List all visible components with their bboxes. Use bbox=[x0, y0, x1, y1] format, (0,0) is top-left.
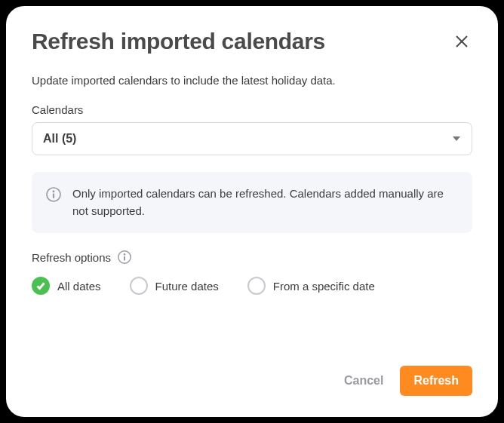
radio-future-dates[interactable]: Future dates bbox=[130, 277, 219, 295]
radio-all-dates[interactable]: All dates bbox=[32, 277, 101, 295]
info-banner: Only imported calendars can be refreshed… bbox=[32, 172, 472, 233]
refresh-options-label: Refresh options bbox=[32, 251, 111, 264]
refresh-options-row: All dates Future dates From a specific d… bbox=[32, 277, 472, 295]
close-icon bbox=[454, 34, 469, 49]
chevron-down-icon bbox=[452, 134, 461, 143]
radio-unchecked-icon bbox=[247, 277, 266, 295]
dialog-description: Update imported calendars to include the… bbox=[32, 74, 472, 87]
close-button[interactable] bbox=[451, 31, 472, 52]
svg-point-4 bbox=[53, 191, 55, 193]
svg-point-7 bbox=[124, 253, 126, 256]
radio-label: From a specific date bbox=[273, 280, 375, 293]
radio-label: All dates bbox=[57, 280, 101, 293]
dialog-footer: Cancel Refresh bbox=[32, 366, 472, 396]
dialog-header: Refresh imported calendars bbox=[32, 29, 472, 54]
radio-label: Future dates bbox=[155, 280, 219, 293]
calendars-label: Calendars bbox=[32, 103, 472, 116]
svg-rect-5 bbox=[53, 194, 54, 199]
dialog-title: Refresh imported calendars bbox=[32, 29, 325, 54]
radio-unchecked-icon bbox=[130, 277, 148, 295]
svg-rect-8 bbox=[124, 256, 125, 261]
svg-marker-2 bbox=[453, 136, 460, 141]
refresh-options-info-icon[interactable] bbox=[117, 250, 132, 265]
refresh-button[interactable]: Refresh bbox=[400, 366, 472, 396]
refresh-options-header: Refresh options bbox=[32, 250, 472, 265]
info-banner-text: Only imported calendars can be refreshed… bbox=[72, 185, 459, 219]
calendars-select[interactable]: All (5) bbox=[32, 122, 472, 155]
cancel-button[interactable]: Cancel bbox=[344, 374, 383, 388]
info-icon bbox=[45, 186, 62, 203]
radio-specific-date[interactable]: From a specific date bbox=[247, 277, 375, 295]
calendars-select-value: All (5) bbox=[43, 132, 76, 146]
refresh-calendars-dialog: Refresh imported calendars Update import… bbox=[6, 6, 498, 417]
radio-checked-icon bbox=[32, 277, 50, 295]
